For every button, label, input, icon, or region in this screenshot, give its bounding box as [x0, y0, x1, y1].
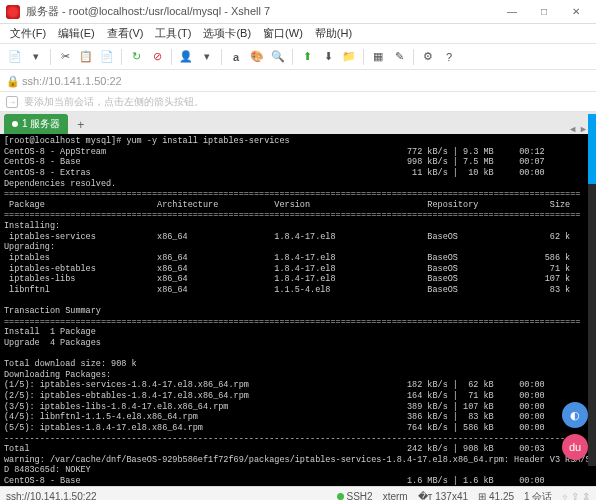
- menu-view[interactable]: 查看(V): [103, 24, 148, 43]
- close-button[interactable]: ✕: [562, 3, 590, 21]
- tab-label: 1 服务器: [22, 117, 60, 131]
- script-icon[interactable]: ▦: [369, 48, 387, 66]
- app-icon: [6, 5, 20, 19]
- minimize-button[interactable]: —: [498, 3, 526, 21]
- menu-tools[interactable]: 工具(T): [151, 24, 195, 43]
- highlight-icon[interactable]: ✎: [390, 48, 408, 66]
- tab-bar: 1 服务器 + ◄ ►: [0, 112, 596, 134]
- titlebar: 服务器 - root@localhost:/usr/local/mysql - …: [0, 0, 596, 24]
- copy-icon[interactable]: 📋: [77, 48, 95, 66]
- status-address: ssh://10.141.1.50:22: [6, 491, 97, 500]
- dropdown-icon[interactable]: ▾: [198, 48, 216, 66]
- status-pos: ⊞ 41,25: [478, 491, 514, 500]
- download-icon[interactable]: ⬇: [319, 48, 337, 66]
- scroll-left-icon[interactable]: ◄: [568, 124, 577, 134]
- separator: [413, 49, 414, 65]
- separator: [50, 49, 51, 65]
- status-bar: ssh://10.141.1.50:22 SSH2 xterm �т 137x4…: [0, 486, 596, 500]
- reconnect-icon[interactable]: ↻: [127, 48, 145, 66]
- status-session: 1 会话: [524, 490, 552, 501]
- new-session-icon[interactable]: 📄: [6, 48, 24, 66]
- open-icon[interactable]: ✂: [56, 48, 74, 66]
- scroll-right-icon[interactable]: ►: [579, 124, 588, 134]
- menu-window[interactable]: 窗口(W): [259, 24, 307, 43]
- menu-edit[interactable]: 编辑(E): [54, 24, 99, 43]
- transfer-icon[interactable]: ⬆: [298, 48, 316, 66]
- terminal-output[interactable]: [root@localhost mysql]# yum -y install i…: [0, 134, 596, 486]
- menu-tabs[interactable]: 选项卡(B): [199, 24, 255, 43]
- disconnect-icon[interactable]: ⊘: [148, 48, 166, 66]
- maximize-button[interactable]: □: [530, 3, 558, 21]
- menu-file[interactable]: 文件(F): [6, 24, 50, 43]
- address-text[interactable]: ssh://10.141.1.50:22: [22, 75, 122, 87]
- status-term: xterm: [383, 491, 408, 500]
- settings-icon[interactable]: ⚙: [419, 48, 437, 66]
- hint-bar: → 要添加当前会话，点击左侧的箭头按钮。: [0, 92, 596, 112]
- terminal-scrollbar[interactable]: [588, 114, 596, 466]
- separator: [221, 49, 222, 65]
- dropdown-icon[interactable]: ▾: [27, 48, 45, 66]
- connected-icon: [337, 493, 344, 500]
- status-size: �т 137x41: [418, 491, 468, 500]
- separator: [121, 49, 122, 65]
- color-icon[interactable]: 🎨: [248, 48, 266, 66]
- add-session-icon[interactable]: →: [6, 96, 18, 108]
- separator: [292, 49, 293, 65]
- status-ssh: SSH2: [337, 491, 373, 500]
- help-icon[interactable]: ?: [440, 48, 458, 66]
- float-button-1[interactable]: ◐: [562, 402, 588, 428]
- find-icon[interactable]: 🔍: [269, 48, 287, 66]
- address-bar: 🔒 ssh://10.141.1.50:22: [0, 70, 596, 92]
- session-tab[interactable]: 1 服务器: [4, 114, 68, 134]
- separator: [363, 49, 364, 65]
- float-button-2[interactable]: du: [562, 434, 588, 460]
- status-caps: ⎀ ⇪ ⇭: [562, 491, 590, 500]
- connected-dot-icon: [12, 121, 18, 127]
- window-title: 服务器 - root@localhost:/usr/local/mysql - …: [26, 4, 498, 19]
- add-tab-button[interactable]: +: [72, 116, 89, 134]
- properties-icon[interactable]: 👤: [177, 48, 195, 66]
- paste-icon[interactable]: 📄: [98, 48, 116, 66]
- window-controls: — □ ✕: [498, 3, 590, 21]
- lock-icon: 🔒: [6, 75, 18, 87]
- folder-icon[interactable]: 📁: [340, 48, 358, 66]
- hint-text: 要添加当前会话，点击左侧的箭头按钮。: [24, 95, 204, 109]
- menu-help[interactable]: 帮助(H): [311, 24, 356, 43]
- font-icon[interactable]: a: [227, 48, 245, 66]
- separator: [171, 49, 172, 65]
- floating-buttons: ◐ du: [562, 402, 588, 460]
- scrollbar-thumb[interactable]: [588, 114, 596, 184]
- toolbar: 📄 ▾ ✂ 📋 📄 ↻ ⊘ 👤 ▾ a 🎨 🔍 ⬆ ⬇ 📁 ▦ ✎ ⚙ ?: [0, 44, 596, 70]
- menubar: 文件(F) 编辑(E) 查看(V) 工具(T) 选项卡(B) 窗口(W) 帮助(…: [0, 24, 596, 44]
